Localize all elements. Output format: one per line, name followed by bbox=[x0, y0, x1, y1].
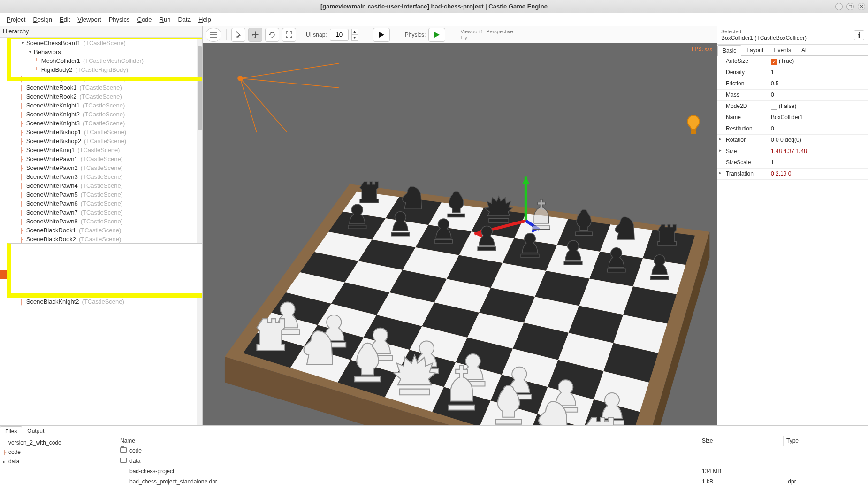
property-row[interactable]: AutoSize✓(True) bbox=[717, 56, 868, 67]
menu-run[interactable]: Run bbox=[156, 14, 175, 25]
property-row[interactable]: Restitution0 bbox=[717, 123, 868, 135]
hierarchy-item[interactable]: ├SceneWhitePawn4(TCastleScene) bbox=[0, 181, 202, 190]
close-button[interactable]: ✕ bbox=[858, 3, 865, 10]
checkbox[interactable]: ✓ bbox=[771, 59, 777, 65]
property-value[interactable]: 0 2.19 0 bbox=[769, 170, 868, 177]
move-tool-button[interactable] bbox=[248, 28, 262, 42]
hierarchy-tree[interactable]: ▾SceneChessBoard1(TCastleScene)▾Behavior… bbox=[0, 38, 202, 425]
play-button[interactable] bbox=[373, 28, 390, 42]
hierarchy-item[interactable]: ├SceneBlackRook2(TCastleScene) bbox=[0, 235, 202, 244]
file-row[interactable]: data bbox=[117, 457, 868, 467]
toggle-hamburger-button[interactable] bbox=[206, 28, 221, 42]
dirtree-item[interactable]: ├code bbox=[3, 447, 114, 457]
physics-play-button[interactable] bbox=[428, 28, 445, 42]
property-row[interactable]: ▸Translation0 2.19 0 bbox=[717, 169, 868, 180]
menu-viewport[interactable]: Viewport bbox=[74, 14, 105, 25]
property-value[interactable]: 0 bbox=[769, 92, 868, 98]
tab-all[interactable]: All bbox=[796, 45, 813, 55]
menu-data[interactable]: Data bbox=[174, 14, 194, 25]
hierarchy-item[interactable]: └BoxCollider1(TCastleBoxCollider) bbox=[0, 270, 202, 279]
select-tool-button[interactable] bbox=[231, 28, 245, 42]
viewport-3d[interactable]: FPS: xxx bbox=[203, 43, 717, 425]
property-value[interactable]: ✓(True) bbox=[769, 58, 868, 64]
property-value[interactable]: 1 bbox=[769, 69, 868, 76]
hierarchy-item[interactable]: ├SceneWhiteBishop2(TCastleScene) bbox=[0, 137, 202, 146]
property-row[interactable]: SizeScale1 bbox=[717, 157, 868, 169]
property-value[interactable]: (False) bbox=[769, 103, 868, 109]
hierarchy-item[interactable]: ▾Behaviors bbox=[0, 47, 202, 56]
expand-icon[interactable]: ▾ bbox=[27, 49, 33, 54]
property-row[interactable]: ▸Rotation0 0 0 deg(0) bbox=[717, 135, 868, 146]
property-value[interactable]: 1 bbox=[769, 159, 868, 166]
property-row[interactable]: Mass0 bbox=[717, 90, 868, 101]
hierarchy-item[interactable]: ├SceneWhitePawn5(TCastleScene) bbox=[0, 190, 202, 199]
col-size[interactable]: Size bbox=[699, 436, 784, 446]
hierarchy-item[interactable]: ▾SceneChessBoard1(TCastleScene) bbox=[0, 38, 202, 47]
uisnap-down-button[interactable]: ▼ bbox=[351, 35, 358, 41]
property-row[interactable]: Friction0.5 bbox=[717, 78, 868, 90]
uisnap-up-button[interactable]: ▲ bbox=[351, 29, 358, 35]
expand-icon[interactable]: ▾ bbox=[20, 254, 25, 260]
property-row[interactable]: NameBoxCollider1 bbox=[717, 112, 868, 123]
hierarchy-item[interactable]: ├SceneWhitePawn3(TCastleScene) bbox=[0, 172, 202, 181]
uisnap-input[interactable] bbox=[330, 29, 349, 41]
hierarchy-item[interactable]: ├SceneWhitePawn2(TCastleScene) bbox=[0, 163, 202, 172]
menu-physics[interactable]: Physics bbox=[105, 14, 134, 25]
directory-tree[interactable]: version_2_with_code├code▸data bbox=[0, 436, 117, 491]
hierarchy-scrollbar[interactable] bbox=[197, 38, 202, 425]
hierarchy-item[interactable]: ▾Behaviors bbox=[0, 261, 202, 270]
menu-code[interactable]: Code bbox=[134, 14, 156, 25]
hierarchy-item[interactable]: ├SceneWhiteBishop1(TCastleScene) bbox=[0, 128, 202, 137]
hierarchy-item[interactable]: ├SceneWhiteQueen1(TCastleScene) bbox=[0, 74, 202, 83]
expand-icon[interactable]: ▸ bbox=[3, 459, 8, 464]
hierarchy-item[interactable]: └RigidBody2(TCastleRigidBody) bbox=[0, 65, 202, 74]
minimize-button[interactable]: – bbox=[835, 3, 843, 10]
col-type[interactable]: Type bbox=[784, 436, 868, 446]
hierarchy-item[interactable]: ├SceneWhitePawn6(TCastleScene) bbox=[0, 199, 202, 208]
hierarchy-item[interactable]: ├SceneWhiteKnight3(TCastleScene) bbox=[0, 119, 202, 128]
dirtree-item[interactable]: version_2_with_code bbox=[3, 438, 114, 447]
hierarchy-item[interactable]: ├SceneBlackRook1(TCastleScene) bbox=[0, 226, 202, 235]
property-row[interactable]: Density1 bbox=[717, 67, 868, 78]
hierarchy-item[interactable]: ├SceneBlackKnight2(TCastleScene) bbox=[0, 297, 202, 306]
checkbox[interactable] bbox=[771, 104, 777, 110]
hierarchy-item[interactable]: ├SceneWhiteKnight2(TCastleScene) bbox=[0, 110, 202, 119]
hierarchy-item[interactable]: ▾SceneBlackKing1(TCastleScene) bbox=[0, 253, 202, 261]
hierarchy-item[interactable]: ├SceneWhiteKnight1(TCastleScene) bbox=[0, 101, 202, 110]
property-value[interactable]: 0 0 0 deg(0) bbox=[769, 137, 868, 143]
expand-icon[interactable]: ▸ bbox=[719, 148, 722, 153]
file-row[interactable]: bad-chess-project134 MB bbox=[117, 467, 868, 477]
property-value[interactable]: 1.48 4.37 1.48 bbox=[769, 148, 868, 154]
hierarchy-item[interactable]: ├SceneWhitePawn7(TCastleScene) bbox=[0, 208, 202, 217]
property-row[interactable]: Mode2D(False) bbox=[717, 101, 868, 112]
hierarchy-item[interactable]: └RigidBody1(TCastleRigidBody) bbox=[0, 279, 202, 288]
expand-icon[interactable]: ▸ bbox=[719, 170, 722, 175]
menu-project[interactable]: Project bbox=[3, 14, 29, 25]
expand-icon[interactable]: ▾ bbox=[27, 263, 33, 269]
hierarchy-item[interactable]: ├SceneWhiteRook2(TCastleScene) bbox=[0, 92, 202, 101]
hierarchy-item[interactable]: ├SceneBlackQueen1(TCastleScene) bbox=[0, 244, 202, 253]
hierarchy-item[interactable]: ├SceneWhitePawn8(TCastleScene) bbox=[0, 217, 202, 226]
menu-design[interactable]: Design bbox=[29, 14, 55, 25]
expand-icon[interactable]: ▸ bbox=[719, 137, 722, 141]
scale-tool-button[interactable] bbox=[282, 28, 296, 42]
col-name[interactable]: Name bbox=[117, 436, 699, 446]
info-button[interactable]: i bbox=[854, 30, 864, 40]
hierarchy-item[interactable]: ├SceneWhiteKing1(TCastleScene) bbox=[0, 146, 202, 154]
hierarchy-item[interactable]: ├SceneWhitePawn1(TCastleScene) bbox=[0, 154, 202, 163]
tab-basic[interactable]: Basic bbox=[717, 45, 741, 56]
property-value[interactable]: BoxCollider1 bbox=[769, 114, 868, 121]
file-row[interactable]: bad_chess_project_standalone.dpr1 kB.dpr bbox=[117, 477, 868, 488]
file-list[interactable]: Name Size Type codedatabad-chess-project… bbox=[117, 436, 868, 491]
property-value[interactable]: 0.5 bbox=[769, 80, 868, 87]
menu-help[interactable]: Help bbox=[195, 14, 215, 25]
rotate-tool-button[interactable] bbox=[265, 28, 279, 42]
hierarchy-item[interactable]: └MeshCollider1(TCastleMeshCollider) bbox=[0, 56, 202, 65]
expand-icon[interactable]: ▾ bbox=[20, 40, 25, 46]
property-value[interactable]: 0 bbox=[769, 125, 868, 132]
property-row[interactable]: ▸Size1.48 4.37 1.48 bbox=[717, 146, 868, 157]
tab-files[interactable]: Files bbox=[0, 426, 22, 436]
hierarchy-item[interactable]: ├SceneWhiteRook1(TCastleScene) bbox=[0, 83, 202, 92]
tab-output[interactable]: Output bbox=[22, 426, 49, 436]
file-row[interactable]: code bbox=[117, 446, 868, 457]
